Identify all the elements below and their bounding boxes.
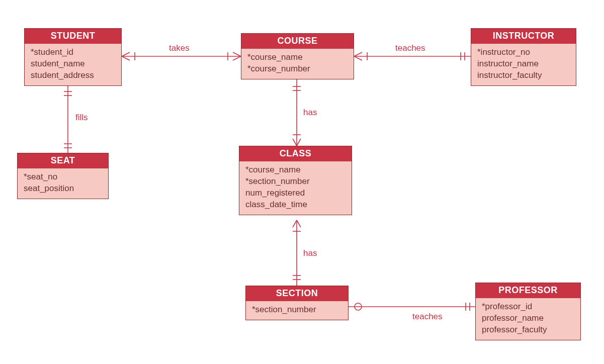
attr: *section_number <box>245 176 346 188</box>
attr: seat_position <box>24 183 102 195</box>
attr: *course_name <box>247 52 348 63</box>
attr: *course_name <box>245 164 346 176</box>
svg-line-8 <box>354 52 362 56</box>
attr: instructor_faculty <box>477 70 570 81</box>
attr: instructor_name <box>477 58 570 70</box>
entity-professor: PROFESSOR *professor_id professor_name p… <box>475 283 581 340</box>
attr: *instructor_no <box>477 47 570 58</box>
svg-line-2 <box>122 56 130 60</box>
attr: professor_faculty <box>482 324 574 336</box>
attr: *course_number <box>247 63 348 75</box>
attr: student_address <box>31 70 115 81</box>
attr: professor_name <box>482 313 574 324</box>
attr: *professor_id <box>482 301 574 313</box>
rel-label-takes: takes <box>169 43 190 53</box>
entity-section-body: *section_number <box>246 301 348 320</box>
entity-class-header: CLASS <box>239 146 352 161</box>
attr: student_name <box>31 58 115 70</box>
entity-course-header: COURSE <box>241 34 354 49</box>
attr: *seat_no <box>24 171 102 183</box>
rel-label-teaches-professor: teaches <box>412 312 443 322</box>
entity-instructor-header: INSTRUCTOR <box>471 29 576 44</box>
svg-line-25 <box>293 220 297 227</box>
entity-class-body: *course_name *section_number num_registe… <box>239 161 352 215</box>
attr: *section_number <box>252 304 342 316</box>
entity-student-header: STUDENT <box>25 29 121 44</box>
svg-line-21 <box>293 139 297 146</box>
svg-line-9 <box>354 56 362 60</box>
attr: num_registered <box>245 188 346 199</box>
rel-label-has-class: has <box>303 108 317 118</box>
entity-student-body: *student_id student_name student_address <box>25 44 121 85</box>
attr: *student_id <box>31 47 115 58</box>
svg-point-31 <box>355 303 362 310</box>
entity-instructor: INSTRUCTOR *instructor_no instructor_nam… <box>471 28 576 86</box>
entity-section-header: SECTION <box>246 286 348 301</box>
entity-professor-body: *professor_id professor_name professor_f… <box>476 298 580 340</box>
entity-instructor-body: *instructor_no instructor_name instructo… <box>471 44 576 85</box>
svg-line-1 <box>122 52 130 56</box>
entity-seat-body: *seat_no seat_position <box>18 168 108 199</box>
svg-line-26 <box>297 220 301 227</box>
entity-section: SECTION *section_number <box>245 286 349 320</box>
entity-seat-header: SEAT <box>18 153 108 168</box>
svg-line-3 <box>233 52 241 56</box>
entity-seat: SEAT *seat_no seat_position <box>17 153 109 199</box>
entity-course: COURSE *course_name *course_number <box>241 33 354 79</box>
entity-student: STUDENT *student_id student_name student… <box>24 28 122 86</box>
entity-class: CLASS *course_name *section_number num_r… <box>239 146 352 215</box>
rel-label-teaches-instructor: teaches <box>395 43 425 53</box>
rel-label-has-section: has <box>303 248 317 258</box>
attr: class_date_time <box>245 199 346 211</box>
entity-course-body: *course_name *course_number <box>241 49 354 79</box>
svg-line-22 <box>297 139 301 146</box>
rel-label-fills: fills <box>75 113 88 123</box>
entity-professor-header: PROFESSOR <box>476 283 580 298</box>
svg-line-4 <box>233 56 241 60</box>
